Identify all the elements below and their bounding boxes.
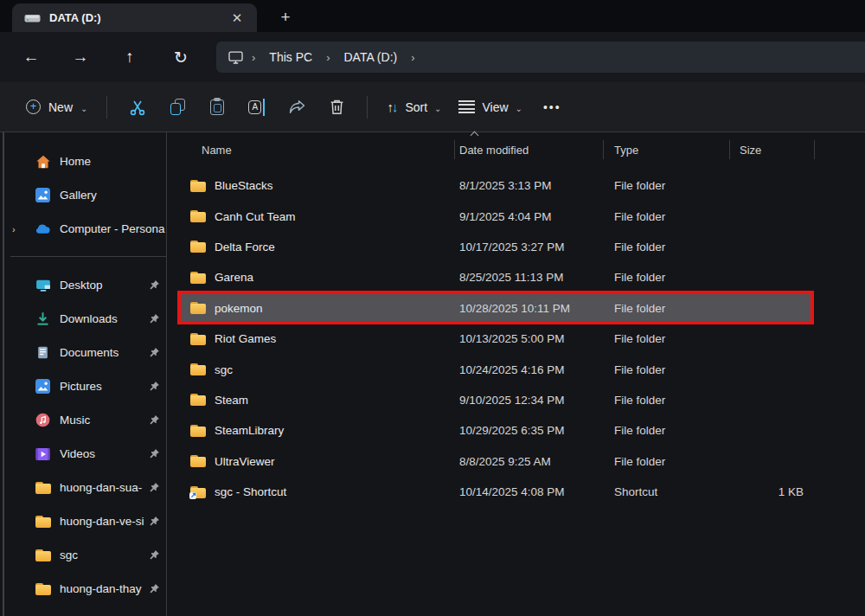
pin-icon [149,414,160,429]
sidebar-item-huong-dan-sua-[interactable]: huong-dan-sua- [0,471,166,504]
address-bar[interactable]: › This PC › DATA (D:) › [216,42,865,73]
delete-button[interactable] [317,91,356,124]
file-explorer-window: DATA (D:) ✕ + ← → ↑ ↻ › This PC › DATA (… [0,0,865,616]
file-row-sgc[interactable]: sgc10/24/2025 4:16 PMFile folder [167,354,865,384]
date-modified-cell: 8/8/2025 9:25 AM [454,455,603,468]
sidebar-item-label: Desktop [60,279,103,292]
sidebar-item-desktop[interactable]: Desktop [0,268,166,302]
view-button[interactable]: View ⌄ [450,95,530,119]
file-name-cell: Garena [167,271,454,284]
sidebar-item-label: sgc [60,549,78,561]
file-row-bluestacks[interactable]: BlueStacks8/1/2025 3:13 PMFile folder [167,170,865,201]
navigation-bar: ← → ↑ ↻ › This PC › DATA (D:) › [0,32,865,82]
folder-icon [190,241,206,253]
paste-button[interactable] [197,91,237,124]
sidebar: HomeGallery›Computer - PersonaDesktopDow… [0,132,167,616]
gallery-icon [35,188,51,202]
cut-button[interactable] [118,91,157,124]
folder-shortcut-icon [190,486,206,498]
file-row-steam[interactable]: Steam9/10/2025 12:34 PMFile folder [167,385,865,415]
sidebar-item-label: Computer - Persona [60,222,165,235]
breadcrumb-this-pc[interactable]: This PC [264,50,317,64]
file-name: Canh Cut Team [215,210,296,223]
tab-data-d[interactable]: DATA (D:) ✕ [12,3,257,32]
see-more-button[interactable]: ••• [543,100,561,114]
sidebar-item-huong-dan-thay[interactable]: huong-dan-thay [0,572,166,606]
folder-icon [35,480,51,495]
file-row-canh-cut-team[interactable]: Canh Cut Team9/1/2025 4:04 PMFile folder [167,201,865,231]
date-modified-cell: 10/28/2025 10:11 PM [454,302,603,315]
column-header-size[interactable]: Size [729,144,814,157]
column-divider[interactable] [603,140,604,159]
sort-button[interactable]: ↑↓ Sort ⌄ [378,94,450,119]
column-divider[interactable] [454,140,455,159]
sidebar-item-home[interactable]: Home [0,144,166,178]
rename-button[interactable]: A [237,91,277,124]
sidebar-item-documents[interactable]: Documents [0,336,166,369]
sidebar-item-sgc[interactable]: sgc [0,538,166,572]
column-header-name[interactable]: Name [167,144,454,157]
pin-icon [149,549,160,564]
sidebar-item-computer-persona[interactable]: ›Computer - Persona [0,212,166,246]
file-row-riot-games[interactable]: Riot Games10/13/2025 5:00 PMFile folder [167,324,865,354]
sidebar-item-huong-dan-ve-si[interactable]: huong-dan-ve-si [0,504,166,538]
sidebar-item-pictures[interactable]: Pictures [0,369,166,403]
breadcrumb-data-d[interactable]: DATA (D:) [338,50,402,64]
sidebar-item-gallery[interactable]: Gallery [0,178,166,212]
type-cell: File folder [603,424,729,437]
folder-icon [190,394,206,406]
file-name: Delta Force [215,241,275,253]
file-row-garena[interactable]: Garena8/25/2025 11:13 PMFile folder [167,262,865,292]
new-button-label: New [48,100,73,114]
sidebar-item-downloads[interactable]: Downloads [0,302,166,336]
column-header-date-modified[interactable]: Date modified [454,144,603,157]
refresh-button[interactable]: ↻ [163,42,198,73]
sort-label: Sort [405,100,427,114]
date-modified-cell: 8/25/2025 11:13 PM [454,271,603,284]
share-button[interactable] [277,91,317,124]
chevron-down-icon: ⌄ [434,104,441,113]
toolbar-divider [367,96,368,119]
pin-icon [149,346,160,362]
tab-close-icon[interactable]: ✕ [226,8,248,29]
column-divider[interactable] [729,140,730,159]
column-divider[interactable] [814,140,815,159]
file-row-pokemon[interactable]: pokemon10/28/2025 10:11 PMFile folder [167,293,865,324]
pin-icon [149,515,160,530]
new-tab-button[interactable]: + [272,5,298,29]
copy-button[interactable] [157,91,197,124]
paste-icon [210,99,224,115]
breadcrumb-chevron-icon: › [407,51,418,64]
file-row-delta-force[interactable]: Delta Force10/17/2025 3:27 PMFile folder [167,232,865,262]
sort-ascending-caret-icon[interactable] [471,131,478,138]
up-button[interactable]: ↑ [112,42,147,73]
chevron-right-icon[interactable]: › [12,224,16,234]
file-row-sgc-shortcut[interactable]: sgc - Shortcut10/14/2025 4:08 PMShortcut… [167,477,865,507]
file-row-steamlibrary[interactable]: SteamLibrary10/29/2025 6:35 PMFile folde… [167,415,865,446]
file-name-cell: BlueStacks [167,179,454,192]
file-name-cell: sgc - Shortcut [167,485,454,498]
column-header-row: Name Date modified Type Size [167,132,865,167]
date-modified-cell: 8/1/2025 3:13 PM [454,179,603,192]
type-cell: File folder [603,455,729,468]
tab-bar: DATA (D:) ✕ + [0,0,865,32]
view-label: View [482,100,508,114]
home-icon [35,154,51,169]
folder-icon [190,210,206,222]
folder-icon [190,333,206,345]
file-row-ultraviewer[interactable]: UltraViewer8/8/2025 9:25 AMFile folder [167,446,865,477]
type-cell: File folder [603,210,729,223]
main-area: HomeGallery›Computer - PersonaDesktopDow… [0,132,865,616]
type-cell: File folder [603,363,729,376]
type-cell: File folder [603,332,729,345]
file-name-cell: UltraViewer [167,455,454,468]
forward-button[interactable]: → [63,42,98,73]
back-button[interactable]: ← [14,42,48,73]
scissors-icon [129,99,146,116]
column-header-type[interactable]: Type [603,144,729,157]
sidebar-item-videos[interactable]: Videos [0,437,166,471]
pin-icon [149,312,160,328]
new-button[interactable]: + New ⌄ [17,94,96,119]
pictures-icon [35,379,51,394]
sidebar-item-music[interactable]: Music [0,403,166,437]
